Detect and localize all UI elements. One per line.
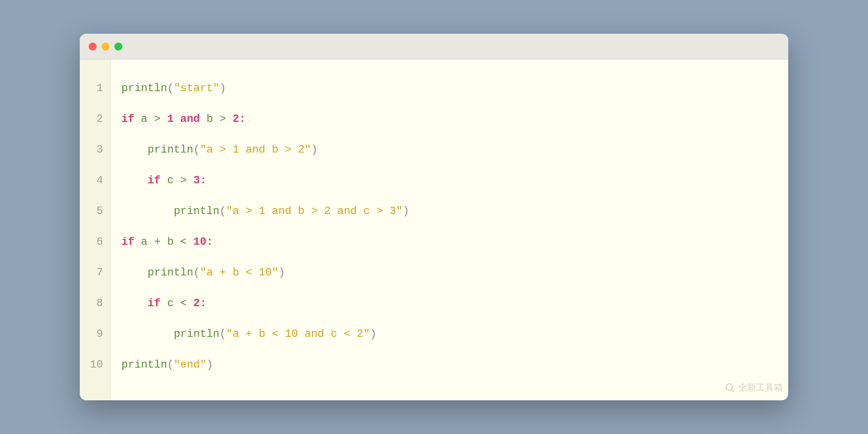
fn-token: println (121, 82, 167, 95)
num-token: 10 (193, 236, 206, 248)
code-line-4: if c > 3: (121, 165, 788, 196)
code-line-6: if a + b < 10: (121, 227, 788, 258)
code-line-7: println("a + b < 10") (121, 258, 788, 288)
line-number: 6 (97, 227, 103, 258)
fn-token: println (174, 328, 219, 340)
op-token: c > (161, 174, 193, 187)
code-line-8: if c < 2: (121, 288, 788, 319)
line-number: 5 (97, 196, 103, 227)
str-token: "a > 1 and b > 2" (200, 144, 311, 156)
paren-token: ) (207, 359, 213, 371)
code-window: 1 2 3 4 5 6 7 8 9 10 println("start") if… (80, 34, 788, 400)
kw-token: if (121, 113, 134, 125)
colon-token: : (200, 297, 206, 310)
paren-token: ( (167, 82, 173, 95)
line-numbers: 1 2 3 4 5 6 7 8 9 10 (80, 59, 110, 400)
num-token: 3 (193, 174, 200, 187)
line-number: 3 (97, 135, 103, 165)
watermark-icon (724, 382, 735, 393)
op-token: a + b < (134, 236, 193, 248)
colon-token: : (200, 174, 206, 187)
line-number: 1 (97, 73, 103, 104)
code-area: 1 2 3 4 5 6 7 8 9 10 println("start") if… (80, 59, 788, 400)
fn-token: println (148, 144, 193, 156)
line-number: 8 (97, 288, 103, 319)
svg-line-1 (732, 389, 734, 392)
paren-token: ( (167, 359, 173, 371)
watermark-text: 全新工具箱 (738, 381, 783, 393)
kw-token: if (148, 174, 161, 187)
maximize-button[interactable] (114, 43, 122, 51)
op-token: b > (200, 113, 232, 125)
code-content: println("start") if a > 1 and b > 2: pri… (110, 59, 788, 400)
paren-token: ( (219, 205, 226, 217)
kw-and-token: and (180, 113, 200, 125)
watermark: 全新工具箱 (724, 381, 783, 393)
code-line-5: println("a > 1 and b > 2 and c > 3") (121, 196, 788, 227)
str-token: "a + b < 10" (200, 267, 278, 279)
code-line-3: println("a > 1 and b > 2") (121, 135, 788, 165)
paren-token: ) (219, 82, 226, 95)
op-token: c < (161, 297, 193, 310)
paren-token: ( (193, 267, 200, 279)
colon-token: : (239, 113, 246, 125)
line-number: 2 (97, 104, 103, 135)
str-token: "a + b < 10 and c < 2" (226, 328, 370, 340)
fn-token: println (148, 267, 193, 279)
op-token: a > (134, 113, 167, 125)
op-token (174, 113, 180, 125)
paren-token: ) (278, 267, 285, 279)
str-token: "a > 1 and b > 2 and c > 3" (226, 205, 402, 217)
kw-token: if (121, 236, 134, 248)
str-token: "start" (174, 82, 219, 95)
paren-token: ( (219, 328, 226, 340)
num-token: 1 (167, 113, 173, 125)
line-number: 9 (97, 319, 103, 350)
minimize-button[interactable] (102, 43, 109, 51)
num-token: 2 (193, 297, 200, 310)
code-line-1: println("start") (121, 73, 788, 104)
paren-token: ) (403, 205, 409, 217)
code-line-2: if a > 1 and b > 2: (121, 104, 788, 135)
titlebar (80, 34, 788, 59)
colon-token: : (207, 236, 213, 248)
code-line-10: println("end") (121, 350, 788, 380)
fn-token: println (121, 359, 167, 371)
line-number: 7 (97, 258, 103, 288)
kw-token: if (148, 297, 161, 310)
paren-token: ( (193, 144, 200, 156)
str-token: "end" (174, 359, 207, 371)
line-number: 4 (97, 165, 103, 196)
paren-token: ) (370, 328, 377, 340)
paren-token: ) (311, 144, 318, 156)
line-number: 10 (90, 350, 103, 380)
close-button[interactable] (89, 43, 97, 51)
fn-token: println (174, 205, 219, 217)
code-line-9: println("a + b < 10 and c < 2") (121, 319, 788, 350)
num-token: 2 (232, 113, 239, 125)
